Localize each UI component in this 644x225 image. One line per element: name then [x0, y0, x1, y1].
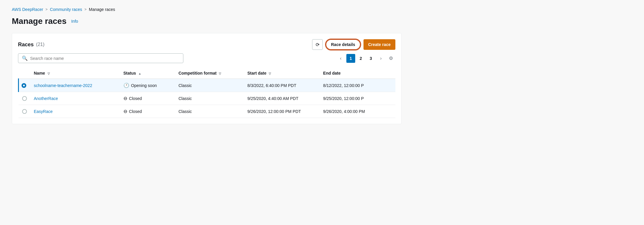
- row-status-badge: ⊖Closed: [123, 109, 172, 114]
- row-name-cell: AnotherRace: [30, 92, 120, 105]
- row-status-text: Opening soon: [131, 83, 157, 88]
- col-header-end[interactable]: End date: [319, 68, 395, 79]
- row-format-cell: Classic: [175, 79, 244, 92]
- clock-icon: 🕐: [123, 83, 129, 88]
- breadcrumb-home[interactable]: AWS DeepRacer: [12, 7, 43, 12]
- table-row: schoolname-teachername-2022🕐Opening soon…: [19, 79, 396, 92]
- row-radio-cell[interactable]: [19, 92, 30, 105]
- table-title: Races: [18, 42, 34, 48]
- breadcrumb-current: Manage races: [89, 7, 115, 12]
- closed-icon: ⊖: [123, 109, 127, 114]
- col-name-label: Name: [34, 71, 45, 75]
- col-start-sort: ▽: [269, 72, 271, 75]
- row-name-link[interactable]: schoolname-teachername-2022: [34, 83, 92, 88]
- row-status-cell: ⊖Closed: [120, 92, 175, 105]
- refresh-button[interactable]: ⟳: [312, 39, 323, 50]
- info-link[interactable]: Info: [71, 19, 78, 24]
- page-header: Manage races Info: [12, 17, 402, 26]
- col-header-name[interactable]: Name ▽: [30, 68, 120, 79]
- pagination-page-2[interactable]: 2: [356, 54, 365, 63]
- row-start-cell: 8/3/2022, 6:40:00 PM PDT: [244, 79, 320, 92]
- col-header-format[interactable]: Competition format ▽: [175, 68, 244, 79]
- table-container: Races (21) ⟳ Race details Create race 🔍 …: [12, 33, 402, 124]
- pagination-page-3[interactable]: 3: [366, 54, 375, 63]
- search-wrapper: 🔍: [18, 53, 183, 63]
- row-status-cell: 🕐Opening soon: [120, 79, 175, 92]
- row-format-cell: Classic: [175, 92, 244, 105]
- pagination-prev[interactable]: ‹: [336, 54, 345, 63]
- col-header-start[interactable]: Start date ▽: [244, 68, 320, 79]
- breadcrumb-community[interactable]: Community races: [50, 7, 82, 12]
- row-name-link[interactable]: EasyRace: [34, 109, 53, 114]
- col-name-sort: ▽: [48, 72, 50, 75]
- row-status-text: Closed: [129, 109, 142, 114]
- search-bar-row: 🔍 ‹ 1 2 3 › ⚙: [18, 53, 395, 63]
- table-header-row: Races (21) ⟳ Race details Create race: [18, 39, 395, 50]
- pagination-next[interactable]: ›: [376, 54, 385, 63]
- table-title-area: Races (21): [18, 42, 45, 48]
- table-body: schoolname-teachername-2022🕐Opening soon…: [19, 79, 396, 118]
- row-end-cell: 9/25/2020, 12:00:00 P: [319, 92, 395, 105]
- race-details-button[interactable]: Race details: [326, 39, 361, 50]
- refresh-icon: ⟳: [316, 42, 319, 47]
- breadcrumb-sep1: >: [45, 7, 48, 12]
- col-header-select: [19, 68, 30, 79]
- row-radio-1[interactable]: [22, 96, 27, 101]
- col-format-label: Competition format: [178, 71, 216, 75]
- table-header-tr: Name ▽ Status ▲ Competition format ▽ Sta…: [19, 68, 396, 79]
- col-start-label: Start date: [247, 71, 267, 75]
- row-name-cell: EasyRace: [30, 105, 120, 118]
- row-radio-2[interactable]: [22, 109, 27, 114]
- col-format-sort: ▽: [219, 72, 221, 75]
- pagination: ‹ 1 2 3 › ⚙: [336, 54, 395, 63]
- row-status-badge: ⊖Closed: [123, 96, 172, 101]
- row-status-cell: ⊖Closed: [120, 105, 175, 118]
- row-format-cell: Classic: [175, 105, 244, 118]
- settings-icon: ⚙: [389, 55, 393, 61]
- page-container: AWS DeepRacer > Community races > Manage…: [0, 0, 413, 131]
- row-radio-cell[interactable]: [19, 79, 30, 92]
- pagination-page-1[interactable]: 1: [346, 54, 355, 63]
- table-count: (21): [36, 42, 44, 47]
- page-title: Manage races: [12, 17, 66, 26]
- row-end-cell: 8/12/2022, 12:00:00 P: [319, 79, 395, 92]
- closed-icon: ⊖: [123, 96, 127, 101]
- data-table: Name ▽ Status ▲ Competition format ▽ Sta…: [18, 68, 395, 118]
- breadcrumb: AWS DeepRacer > Community races > Manage…: [12, 7, 402, 12]
- table-row: AnotherRace⊖ClosedClassic9/25/2020, 4:40…: [19, 92, 396, 105]
- search-icon: 🔍: [22, 55, 28, 61]
- col-end-label: End date: [323, 71, 340, 75]
- row-name-cell: schoolname-teachername-2022: [30, 79, 120, 92]
- table-settings-button[interactable]: ⚙: [387, 54, 395, 63]
- search-input[interactable]: [30, 56, 180, 61]
- breadcrumb-sep2: >: [84, 7, 87, 12]
- row-end-cell: 9/26/2020, 4:00:00 PM: [319, 105, 395, 118]
- row-status-text: Closed: [129, 96, 142, 101]
- table-row: EasyRace⊖ClosedClassic9/26/2020, 12:00:0…: [19, 105, 396, 118]
- table-head: Name ▽ Status ▲ Competition format ▽ Sta…: [19, 68, 396, 79]
- row-radio-0[interactable]: [22, 83, 26, 88]
- col-status-sort: ▲: [138, 72, 141, 75]
- row-start-cell: 9/25/2020, 4:40:00 AM PDT: [244, 92, 320, 105]
- col-header-status[interactable]: Status ▲: [120, 68, 175, 79]
- row-status-badge: 🕐Opening soon: [123, 83, 172, 88]
- row-radio-cell[interactable]: [19, 105, 30, 118]
- col-status-label: Status: [123, 71, 136, 75]
- row-start-cell: 9/26/2020, 12:00:00 PM PDT: [244, 105, 320, 118]
- create-race-button[interactable]: Create race: [363, 39, 395, 50]
- table-actions: ⟳ Race details Create race: [312, 39, 395, 50]
- row-name-link[interactable]: AnotherRace: [34, 96, 58, 101]
